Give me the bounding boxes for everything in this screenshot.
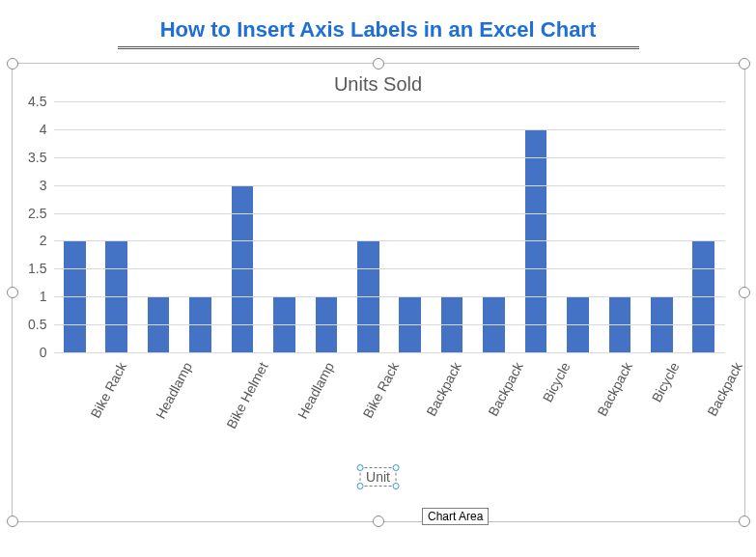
resize-handle-icon[interactable] xyxy=(7,58,18,70)
y-tick-label: 1 xyxy=(40,289,47,304)
gridline xyxy=(54,185,725,186)
gridline xyxy=(54,129,725,130)
bar-slot xyxy=(180,101,221,352)
y-tick-label: 3.5 xyxy=(28,150,46,165)
y-tick-label: 0 xyxy=(40,345,47,360)
y-tick-label: 4 xyxy=(40,122,47,137)
bar-slot xyxy=(683,101,724,352)
bar-slot xyxy=(96,101,137,352)
bar-slot xyxy=(389,101,431,352)
y-tick-label: 2 xyxy=(40,233,47,248)
gridline xyxy=(54,213,725,214)
bar-slot xyxy=(54,101,96,352)
bar-slot xyxy=(641,101,683,352)
gridline xyxy=(54,352,725,353)
resize-handle-icon[interactable] xyxy=(393,464,400,471)
y-tick-label: 1.5 xyxy=(28,261,46,276)
bar-slot xyxy=(599,101,640,352)
bar-slot xyxy=(221,101,263,352)
y-tick-label: 0.5 xyxy=(28,317,46,332)
gridline xyxy=(54,157,725,158)
y-tick-label: 4.5 xyxy=(28,94,46,109)
bar-slot xyxy=(137,101,179,352)
resize-handle-icon[interactable] xyxy=(393,483,400,489)
resize-handle-icon[interactable] xyxy=(739,515,750,527)
gridline xyxy=(54,240,725,241)
chart-object[interactable]: Units Sold 00.511.522.533.544.5 Bike Rac… xyxy=(12,63,745,522)
bar-slot xyxy=(348,101,389,352)
bar-slot xyxy=(305,101,347,352)
bar-slot xyxy=(515,101,556,352)
gridline xyxy=(54,268,725,269)
gridline xyxy=(54,101,725,102)
plot-area[interactable]: 00.511.522.533.544.5 xyxy=(13,101,744,352)
resize-handle-icon[interactable] xyxy=(7,515,18,527)
gridline xyxy=(54,324,725,325)
y-tick-label: 2.5 xyxy=(28,206,46,221)
title-underline xyxy=(118,46,639,49)
bars-container xyxy=(54,101,725,352)
x-axis[interactable]: Bike RackHeadlampBike HelmetHeadlampBike… xyxy=(13,352,744,443)
resize-handle-icon[interactable] xyxy=(356,483,363,489)
bar-slot xyxy=(431,101,472,352)
plot[interactable] xyxy=(53,101,725,352)
bar-slot xyxy=(557,101,599,352)
resize-handle-icon[interactable] xyxy=(356,464,363,471)
y-tick-label: 3 xyxy=(40,178,47,193)
x-axis-title-text: Unit xyxy=(366,469,390,485)
y-axis[interactable]: 00.511.522.533.544.5 xyxy=(13,101,53,352)
page-title: How to Insert Axis Labels in an Excel Ch… xyxy=(10,17,746,42)
bar-slot xyxy=(264,101,305,352)
resize-handle-icon[interactable] xyxy=(373,58,384,70)
x-tick-label: Backpack xyxy=(704,356,756,452)
gridline xyxy=(54,296,725,297)
x-axis-title-input[interactable]: Unit xyxy=(359,467,397,487)
tooltip: Chart Area xyxy=(422,508,489,525)
resize-handle-icon[interactable] xyxy=(373,515,384,527)
bar-slot xyxy=(473,101,515,352)
resize-handle-icon[interactable] xyxy=(739,58,750,70)
